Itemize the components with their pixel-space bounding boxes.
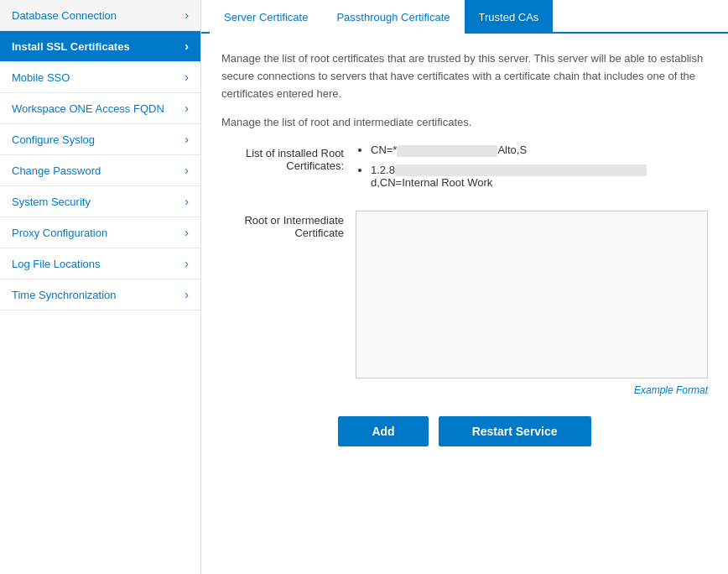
sidebar-item-system-security[interactable]: System Security› [0, 186, 200, 217]
cert-list-label: List of installed Root Certificates: [221, 144, 356, 196]
chevron-right-icon: › [185, 8, 189, 22]
cert-list-row: List of installed Root Certificates: CN=… [221, 144, 708, 196]
main-content: Server CertificatePassthrough Certificat… [201, 0, 728, 574]
sidebar-item-configure-syslog[interactable]: Configure Syslog› [0, 124, 200, 155]
chevron-right-icon: › [185, 257, 189, 270]
add-button[interactable]: Add [338, 416, 428, 446]
cert-list-value: CN=*Alto,S1.2.8d,CN=Internal Root Work [356, 144, 708, 196]
tab-trusted-cas[interactable]: Trusted CAs [465, 0, 554, 34]
certificate-textarea[interactable] [356, 211, 708, 378]
sidebar-item-label: Workspace ONE Access FQDN [12, 102, 164, 115]
sidebar-item-label: System Security [12, 196, 91, 208]
chevron-right-icon: › [185, 226, 189, 239]
chevron-right-icon: › [185, 133, 189, 146]
tab-passthrough-cert[interactable]: Passthrough Certificate [322, 0, 464, 34]
textarea-row: Root or Intermediate Certificate Example… [221, 211, 708, 396]
cert-redacted [397, 145, 497, 157]
sidebar-item-label: Install SSL Certificates [12, 40, 130, 53]
sidebar-item-workspace-fqdn[interactable]: Workspace ONE Access FQDN› [0, 93, 200, 124]
tab-server-cert[interactable]: Server Certificate [210, 0, 322, 34]
action-buttons: Add Restart Service [221, 416, 708, 446]
cert-suffix: Alto,S [497, 144, 527, 156]
content-area: Manage the list of root certificates tha… [201, 34, 728, 463]
cert-suffix: d,CN=Internal Root Work [371, 176, 492, 189]
sidebar-item-install-ssl[interactable]: Install SSL Certificates› [0, 31, 200, 62]
sidebar-item-label: Database Connection [12, 9, 117, 22]
cert-prefix: 1.2.8 [371, 164, 395, 176]
chevron-right-icon: › [185, 288, 189, 301]
textarea-label: Root or Intermediate Certificate [221, 211, 356, 396]
installed-certs-list: CN=*Alto,S1.2.8d,CN=Internal Root Work [356, 144, 708, 189]
cert-redacted [395, 164, 647, 176]
chevron-right-icon: › [185, 70, 189, 84]
sidebar-item-label: Time Synchronization [12, 289, 117, 301]
info-text-1: Manage the list of root certificates tha… [221, 50, 708, 102]
sidebar-item-change-password[interactable]: Change Password› [0, 155, 200, 186]
sidebar-item-label: Configure Syslog [12, 133, 95, 146]
sidebar-item-proxy-configuration[interactable]: Proxy Configuration› [0, 217, 200, 248]
sidebar-item-mobile-sso[interactable]: Mobile SSO› [0, 62, 200, 93]
example-format-link[interactable]: Example Format [356, 384, 708, 396]
cert-item-0: CN=*Alto,S [371, 144, 708, 157]
sidebar-item-label: Mobile SSO [12, 71, 70, 84]
tab-bar: Server CertificatePassthrough Certificat… [201, 0, 728, 34]
chevron-right-icon: › [185, 39, 189, 53]
sidebar-item-label: Log File Locations [12, 258, 101, 270]
sidebar-item-log-file-locations[interactable]: Log File Locations› [0, 248, 200, 279]
sidebar: Database Connection›Install SSL Certific… [0, 0, 201, 574]
sidebar-item-label: Change Password [12, 164, 101, 177]
chevron-right-icon: › [185, 164, 189, 177]
cert-item-1: 1.2.8d,CN=Internal Root Work [371, 164, 708, 190]
sidebar-item-time-synchronization[interactable]: Time Synchronization› [0, 279, 200, 310]
sidebar-item-database-connection[interactable]: Database Connection› [0, 0, 200, 31]
chevron-right-icon: › [185, 102, 189, 115]
info-text-2: Manage the list of root and intermediate… [221, 114, 708, 132]
cert-prefix: CN=* [371, 144, 397, 156]
sidebar-item-label: Proxy Configuration [12, 227, 107, 239]
restart-service-button[interactable]: Restart Service [439, 416, 591, 446]
textarea-container: Example Format [356, 211, 708, 396]
chevron-right-icon: › [185, 195, 189, 208]
